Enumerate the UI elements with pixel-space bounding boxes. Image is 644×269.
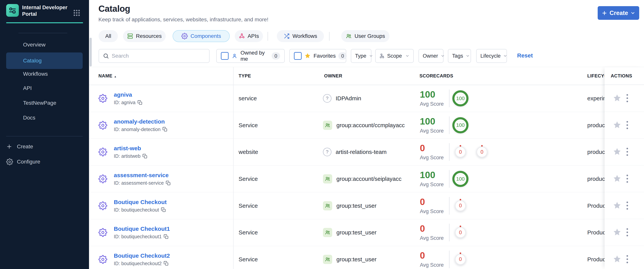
avg-score-value: 0 — [420, 251, 444, 260]
lifecycle-dropdown[interactable]: Lifecycle — [476, 49, 507, 63]
avg-score-label: Avg Score — [420, 182, 444, 188]
search-input[interactable]: Search — [98, 49, 210, 63]
tab-all[interactable]: All — [98, 30, 118, 42]
column-header-scorecards[interactable]: SCORECARDS — [420, 73, 453, 79]
reset-filters-link[interactable]: Reset — [517, 52, 533, 59]
kebab-menu-icon[interactable] — [625, 200, 629, 211]
owner-help-icon: ? — [323, 94, 332, 103]
chevron-down-icon — [503, 54, 507, 58]
avg-score-label: Avg Score — [420, 155, 444, 161]
entity-name-link[interactable]: artist-web — [114, 145, 141, 152]
entity-id: ID: anomaly-detection — [114, 127, 168, 132]
tab-separator — [268, 32, 268, 41]
copy-icon[interactable] — [162, 127, 168, 132]
sidebar-item-api[interactable]: API — [6, 82, 83, 94]
favorite-star-icon[interactable] — [613, 121, 622, 129]
app-grid-icon[interactable] — [73, 9, 81, 17]
lifecycle-cell: experimental — [587, 95, 604, 102]
column-header-lifecycle[interactable]: LIFECYCLE — [587, 73, 604, 79]
tab-components[interactable]: Components — [173, 30, 230, 42]
entity-name-link[interactable]: Boutique Checkout1 — [114, 226, 170, 232]
favorite-star-icon[interactable] — [613, 174, 622, 183]
sidebar-item-catalog[interactable]: Catalog — [6, 52, 83, 69]
entity-name-link[interactable]: Boutique Checkout — [114, 199, 167, 205]
table-row: artist-web ID: artistweb website ? artis… — [89, 139, 644, 166]
kebab-menu-icon[interactable] — [625, 254, 629, 265]
idp-logo-icon — [6, 4, 19, 17]
column-header-name[interactable]: NAME▲ — [98, 73, 117, 79]
copy-icon[interactable] — [138, 100, 142, 105]
column-header-type[interactable]: TYPE — [238, 73, 251, 79]
app-title: Internal Developer Portal — [22, 4, 68, 17]
entity-name-cell: Boutique Checkout ID: boutiquecheckout — [114, 199, 167, 213]
favorites-checkbox[interactable] — [294, 52, 302, 60]
actions-header: ACTIONS — [604, 67, 644, 85]
type-cell: Service — [238, 176, 258, 182]
type-cell: Service — [238, 122, 258, 129]
owner-cell: ? IDPAdmin — [323, 94, 361, 103]
owner-dropdown[interactable]: Owner — [418, 49, 444, 63]
entity-name-link[interactable]: anomaly-detection — [114, 118, 165, 125]
scorecard-gauges: 0 — [452, 227, 466, 238]
scorecard-gauges: 100 — [452, 90, 468, 106]
favorites-count: 0 — [338, 52, 347, 59]
kebab-menu-icon[interactable] — [625, 174, 629, 184]
column-header-owner[interactable]: OWNER — [324, 73, 342, 79]
lifecycle-cell: production — [587, 149, 604, 155]
favorite-star-icon[interactable] — [613, 228, 622, 237]
sidebar-item-workflows[interactable]: Workflows — [6, 68, 83, 80]
favorite-star-icon[interactable] — [613, 201, 622, 210]
kebab-menu-icon[interactable] — [625, 227, 629, 238]
table-row: assessment-service ID: assessment-servic… — [89, 166, 644, 193]
person-icon — [232, 53, 238, 59]
scorecard-gauges: 0 — [452, 254, 466, 265]
copy-icon[interactable] — [142, 154, 148, 159]
type-dropdown[interactable]: Type — [351, 49, 372, 63]
favorite-star-icon[interactable] — [613, 147, 622, 156]
sidebar-create-button[interactable]: Create — [6, 140, 33, 153]
score-gauge: 0 — [455, 254, 466, 265]
scrollbar-thumb[interactable] — [90, 38, 92, 66]
favorites-filter[interactable]: Favorites 0 — [289, 49, 346, 63]
owner-group-icon — [323, 201, 332, 210]
sidebar-item-overview[interactable]: Overview — [6, 39, 83, 50]
entity-name-link[interactable]: assessment-service — [114, 172, 168, 179]
table-row: anomaly-detection ID: anomaly-detection … — [89, 112, 644, 139]
user-groups-icon — [346, 33, 352, 39]
kebab-menu-icon[interactable] — [625, 120, 629, 130]
entity-id: ID: assessment-service — [114, 180, 171, 186]
sidebar-item-docs[interactable]: Docs — [6, 112, 83, 124]
entity-name-link[interactable]: Boutique Checkout2 — [114, 253, 170, 259]
kebab-menu-icon[interactable] — [625, 147, 629, 157]
owner-group-icon — [323, 228, 332, 237]
avg-score-value: 0 — [420, 144, 444, 153]
tags-dropdown[interactable]: Tags — [448, 49, 471, 63]
copy-icon[interactable] — [164, 261, 168, 266]
tab-workflows[interactable]: Workflows — [277, 30, 324, 42]
entity-name-link[interactable]: agniva — [114, 91, 132, 98]
favorite-star-icon[interactable] — [613, 94, 622, 103]
avg-score-value: 0 — [420, 224, 444, 233]
avg-score-cell: 0 Avg Score — [420, 197, 444, 214]
owned-by-me-filter[interactable]: Owned by me 0 — [216, 49, 285, 63]
sidebar-configure-button[interactable]: Configure — [6, 156, 40, 168]
tab-apis[interactable]: APIs — [235, 30, 263, 42]
owner-help-icon: ? — [323, 148, 332, 156]
owned-by-me-checkbox[interactable] — [221, 52, 228, 60]
tab-user-groups[interactable]: User Groups — [341, 30, 390, 42]
copy-icon[interactable] — [164, 234, 168, 239]
lifecycle-cell: Production — [587, 203, 604, 209]
chevron-down-icon — [369, 54, 373, 58]
copy-icon[interactable] — [161, 207, 166, 212]
owner-label: IDPAdmin — [336, 95, 361, 102]
sidebar-item-testnewpage[interactable]: TestNewPage — [6, 97, 83, 109]
kebab-menu-icon[interactable] — [625, 93, 629, 103]
create-button[interactable]: Create — [598, 6, 639, 20]
tab-resources[interactable]: Resources — [123, 30, 166, 42]
chevron-down-icon — [440, 54, 445, 58]
favorite-star-icon[interactable] — [613, 255, 622, 264]
scope-dropdown[interactable]: Scope — [375, 49, 414, 63]
avg-score-label: Avg Score — [420, 262, 444, 268]
score-gauge: 0 — [476, 146, 488, 158]
copy-icon[interactable] — [166, 181, 171, 186]
